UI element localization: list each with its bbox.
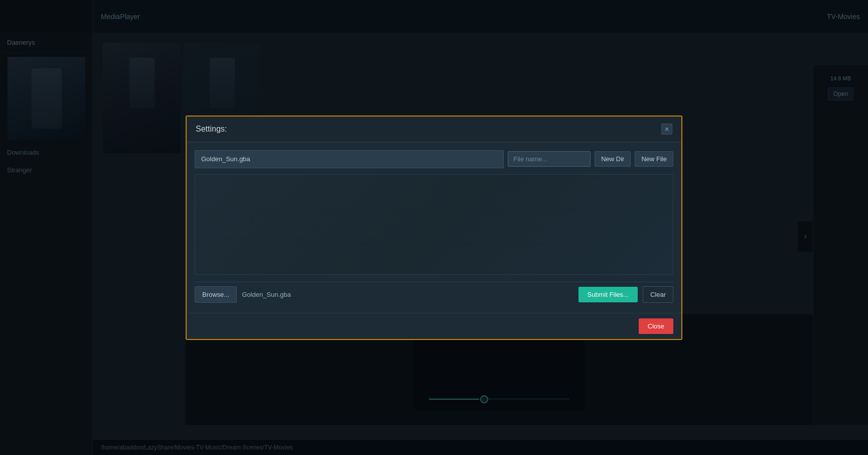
file-browser[interactable] bbox=[195, 174, 673, 275]
modal-title: Settings: bbox=[196, 125, 227, 134]
file-path-text: Golden_Sun.gba bbox=[201, 155, 250, 163]
file-browser-bg bbox=[195, 175, 673, 274]
modal-actions: Browse... Golden_Sun.gba Submit Files...… bbox=[195, 282, 673, 305]
new-dir-button[interactable]: New Dir bbox=[595, 151, 631, 167]
selected-file-label: Golden_Sun.gba bbox=[242, 291, 573, 298]
file-name-input[interactable] bbox=[508, 151, 591, 167]
clear-button[interactable]: Clear bbox=[643, 286, 673, 303]
modal-close-x-button[interactable]: × bbox=[661, 124, 672, 135]
modal-footer: Close bbox=[187, 313, 681, 339]
modal-body: Golden_Sun.gba New Dir New File Browse..… bbox=[187, 142, 681, 313]
submit-files-button[interactable]: Submit Files... bbox=[578, 287, 638, 302]
new-file-button[interactable]: New File bbox=[635, 151, 673, 167]
modal-overlay: Settings: × Golden_Sun.gba New Dir New F… bbox=[0, 0, 868, 455]
settings-modal: Settings: × Golden_Sun.gba New Dir New F… bbox=[186, 116, 682, 340]
file-toolbar: Golden_Sun.gba New Dir New File bbox=[195, 150, 673, 168]
close-button[interactable]: Close bbox=[639, 318, 673, 334]
file-path-display: Golden_Sun.gba bbox=[195, 150, 504, 168]
browse-button[interactable]: Browse... bbox=[195, 286, 237, 303]
modal-header: Settings: × bbox=[187, 117, 681, 142]
